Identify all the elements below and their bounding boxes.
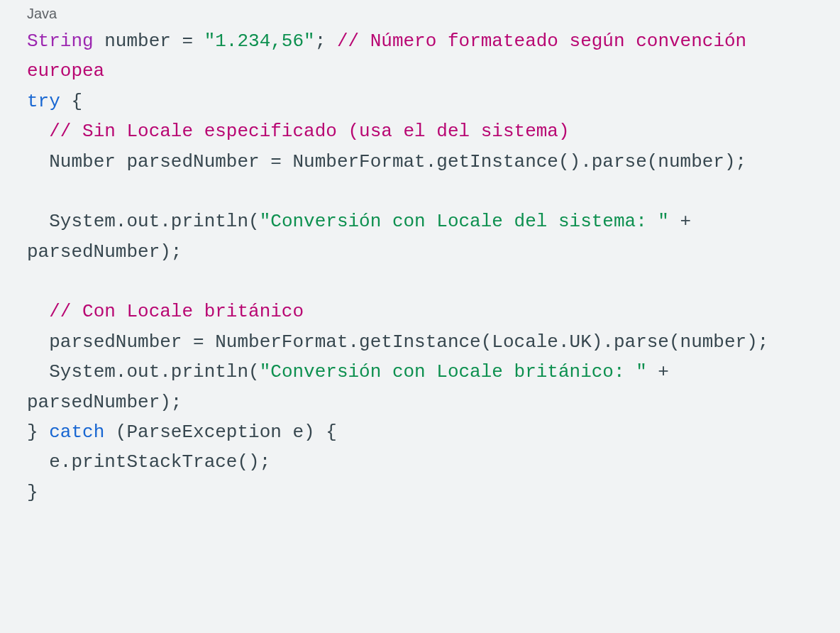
token-default: Number parsedNumber = NumberFormat.getIn…: [27, 151, 746, 172]
language-label: Java: [27, 6, 813, 22]
token-default: (ParseException e) {: [104, 422, 337, 443]
token-comment: // Con Locale británico: [49, 301, 304, 322]
code-content: String number = "1.234,56"; // Número fo…: [27, 26, 813, 507]
token-keyword: catch: [49, 422, 104, 443]
token-default: }: [27, 482, 38, 503]
token-default: [27, 121, 49, 142]
token-default: {: [60, 91, 82, 112]
token-default: number =: [94, 31, 204, 52]
token-string: "Conversión con Locale del sistema: ": [260, 211, 669, 232]
code-block: Java String number = "1.234,56"; // Núme…: [0, 0, 840, 524]
token-default: e.printStackTrace();: [27, 451, 270, 473]
token-type: String: [27, 31, 94, 52]
token-default: System.out.println(: [27, 211, 260, 232]
token-string: "Conversión con Locale británico: ": [260, 361, 647, 382]
token-comment: // Sin Locale especificado (usa el del s…: [49, 121, 569, 142]
token-default: System.out.println(: [27, 361, 260, 382]
token-default: [27, 301, 49, 322]
token-default: parsedNumber = NumberFormat.getInstance(…: [27, 331, 768, 353]
token-default: }: [27, 422, 49, 443]
token-default: ;: [315, 31, 337, 52]
token-keyword: try: [27, 91, 60, 112]
token-string: "1.234,56": [204, 31, 315, 52]
